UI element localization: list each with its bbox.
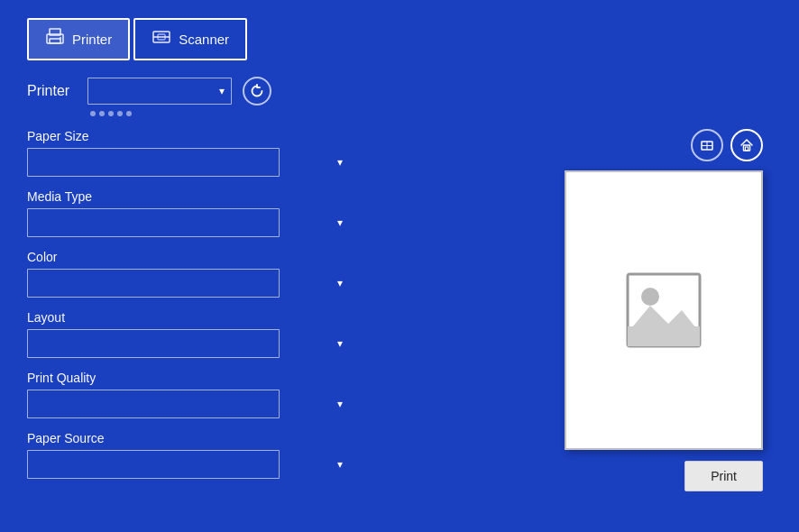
preview-image-icon	[619, 265, 709, 355]
paper-size-select-wrapper	[27, 148, 352, 177]
dot-3	[108, 111, 114, 116]
dot-1	[90, 111, 96, 116]
dot-5	[126, 111, 132, 116]
media-type-group: Media Type	[27, 189, 352, 237]
svg-rect-15	[628, 326, 700, 346]
media-type-label: Media Type	[27, 189, 352, 204]
printer-select[interactable]	[87, 78, 232, 105]
tab-scanner-label: Scanner	[179, 32, 229, 47]
svg-rect-10	[744, 145, 750, 151]
dot-4	[117, 111, 123, 116]
printer-select-wrapper	[87, 78, 232, 105]
preview-controls	[691, 129, 763, 161]
print-preview	[565, 170, 763, 450]
main-content: Paper Size Media Type Color	[27, 129, 772, 514]
dot-2	[99, 111, 105, 116]
print-quality-label: Print Quality	[27, 371, 352, 385]
print-button[interactable]: Print	[684, 461, 763, 491]
tab-bar: Printer Scanner	[27, 18, 772, 60]
printer-icon	[45, 27, 65, 51]
layout-select[interactable]	[27, 329, 280, 358]
color-group: Color	[27, 250, 352, 298]
layout-group: Layout	[27, 310, 352, 358]
paper-source-label: Paper Source	[27, 431, 352, 445]
print-quality-select[interactable]	[27, 390, 280, 418]
svg-point-3	[60, 37, 61, 39]
paper-source-group: Paper Source	[27, 431, 352, 479]
media-type-select[interactable]	[27, 208, 280, 237]
paper-source-select-wrapper	[27, 450, 352, 479]
color-select[interactable]	[27, 269, 280, 298]
home-button[interactable]	[730, 129, 763, 161]
right-panel: Print	[370, 129, 772, 514]
svg-rect-2	[50, 39, 60, 43]
print-quality-select-wrapper	[27, 390, 352, 418]
refresh-button[interactable]	[243, 77, 271, 105]
tab-scanner[interactable]: Scanner	[133, 18, 247, 60]
tab-printer[interactable]: Printer	[27, 18, 130, 60]
layout-select-wrapper	[27, 329, 352, 358]
color-select-wrapper	[27, 269, 352, 298]
media-type-select-wrapper	[27, 208, 352, 237]
print-quality-group: Print Quality	[27, 371, 352, 418]
scanner-icon	[152, 27, 171, 51]
fit-button[interactable]	[691, 129, 723, 161]
paper-source-select[interactable]	[27, 450, 280, 479]
svg-point-13	[641, 288, 659, 306]
printer-row: Printer	[27, 77, 772, 105]
layout-label: Layout	[27, 310, 352, 325]
tab-printer-label: Printer	[72, 32, 112, 47]
loading-dots	[90, 111, 772, 116]
paper-size-label: Paper Size	[27, 129, 352, 143]
left-panel: Paper Size Media Type Color	[27, 129, 352, 514]
color-label: Color	[27, 250, 352, 264]
paper-size-select[interactable]	[27, 148, 280, 177]
paper-size-group: Paper Size	[27, 129, 352, 177]
printer-field-label: Printer	[27, 83, 77, 99]
